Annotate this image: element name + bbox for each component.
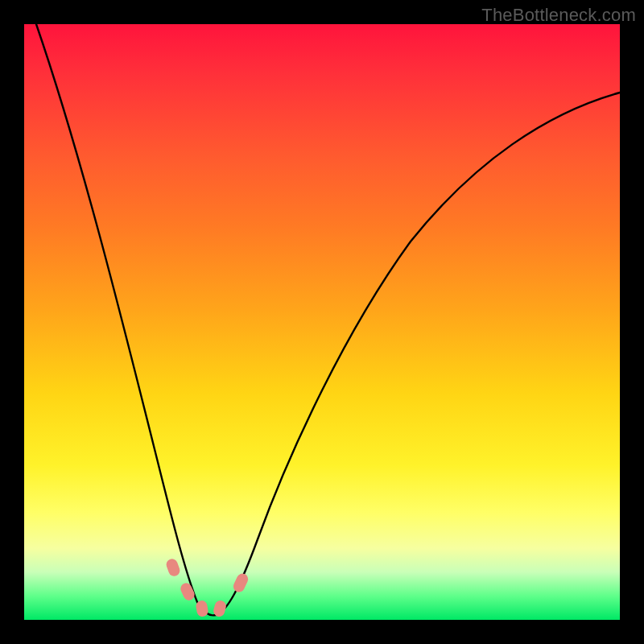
marker-dot xyxy=(232,572,250,594)
curve-svg xyxy=(24,24,620,620)
stage: TheBottleneck.com xyxy=(0,0,644,644)
plot-area xyxy=(24,24,620,620)
bottleneck-curve xyxy=(36,24,620,615)
marker-dot xyxy=(165,557,182,577)
marker-dot xyxy=(179,581,196,602)
marker-group xyxy=(165,557,250,617)
watermark-text: TheBottleneck.com xyxy=(481,5,636,26)
